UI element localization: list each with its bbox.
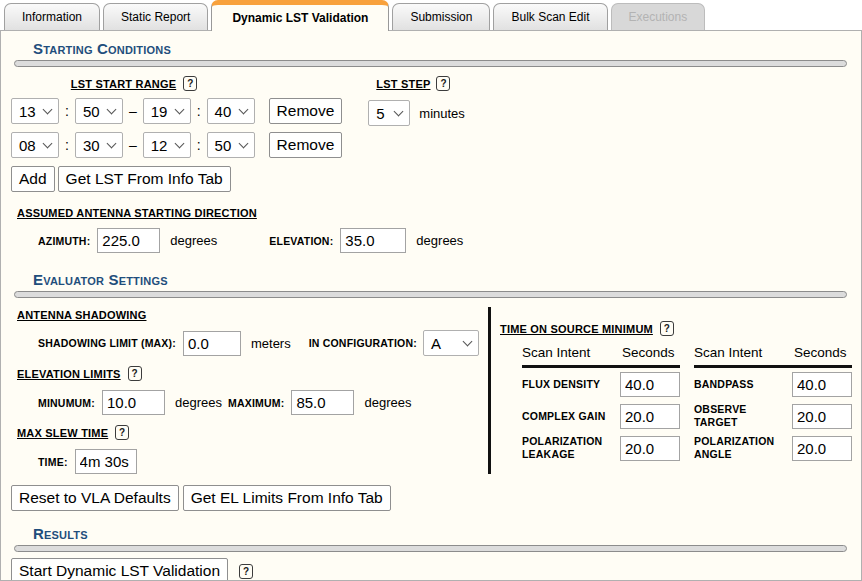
azimuth-input[interactable]	[97, 228, 160, 253]
table-row: FLUX DENSITY	[522, 367, 680, 400]
maximum-label: MAXIMUM:	[228, 397, 284, 409]
colon-separator: :	[197, 137, 201, 153]
remove-range-1-button[interactable]: Remove	[269, 132, 343, 158]
elevation-limits-row: MINUMUM: degrees MAXIMUM: degrees	[38, 390, 488, 415]
scan-intent-header: Scan Intent	[522, 345, 620, 367]
colon-separator: :	[197, 103, 201, 119]
lst-start-range-block: LST START RANGE ? 13 : 50 – 19 : 40 Remo…	[11, 76, 861, 192]
azimuth-label: AZIMUTH:	[38, 235, 90, 247]
minimum-label: MINUMUM:	[38, 397, 95, 409]
lst-range-1-end-minute-select[interactable]: 50	[207, 132, 255, 158]
polarization-angle-input[interactable]	[792, 436, 852, 461]
dash-separator: –	[129, 103, 137, 119]
tab-bulk-scan-edit[interactable]: Bulk Scan Edit	[493, 3, 607, 30]
chevron-down-icon	[106, 138, 116, 148]
help-icon[interactable]: ?	[660, 321, 674, 336]
select-value: 30	[83, 137, 100, 154]
dynamic-lst-validation-panel: Starting Conditions LST START RANGE ? 13…	[0, 30, 862, 581]
section-divider	[14, 60, 847, 67]
time-on-source-block: TIME ON SOURCE MINIMUM? Scan Intent Seco…	[491, 307, 861, 474]
max-slew-time-label: MAX SLEW TIME?	[17, 425, 488, 440]
chevron-down-icon	[43, 138, 53, 148]
help-icon[interactable]: ?	[436, 76, 450, 91]
complex-gain-input[interactable]	[620, 404, 680, 429]
max-slew-time-input[interactable]	[75, 449, 137, 474]
colon-separator: :	[65, 103, 69, 119]
chevron-down-icon	[174, 104, 184, 114]
seconds-header: Seconds	[620, 345, 680, 367]
max-slew-time-row: TIME:	[38, 449, 488, 474]
help-icon[interactable]: ?	[115, 425, 129, 440]
observe-target-input[interactable]	[792, 404, 852, 429]
chevron-down-icon	[106, 104, 116, 114]
flux-density-input[interactable]	[620, 372, 680, 397]
remove-range-0-button[interactable]: Remove	[269, 98, 343, 124]
start-dynamic-lst-validation-button[interactable]: Start Dynamic LST Validation	[11, 558, 228, 581]
lst-step-block: LST STEP ? 5 minutes	[368, 76, 465, 192]
antenna-shadowing-row: SHADOWING LIMIT (MAX): meters IN CONFIGU…	[38, 330, 488, 356]
starting-conditions-heading: Starting Conditions	[33, 40, 861, 57]
configuration-select[interactable]: A	[423, 330, 479, 356]
section-divider	[14, 545, 847, 552]
shadowing-limit-input[interactable]	[183, 331, 241, 356]
add-range-button[interactable]: Add	[11, 166, 55, 192]
lst-range-0-end-minute-select[interactable]: 40	[207, 98, 255, 124]
lst-range-row: 13 : 50 – 19 : 40 Remove	[11, 98, 342, 124]
tab-bar: Information Static Report Dynamic LST Va…	[0, 0, 862, 30]
antenna-direction-label: ASSUMED ANTENNA STARTING DIRECTION	[17, 207, 861, 219]
reset-to-vla-defaults-button[interactable]: Reset to VLA Defaults	[11, 485, 179, 511]
lst-range-0-start-minute-select[interactable]: 50	[75, 98, 123, 124]
table-row: OBSERVE TARGET	[694, 399, 852, 431]
shadowing-limit-unit: meters	[251, 336, 291, 351]
evaluator-left-column: ANTENNA SHADOWING SHADOWING LIMIT (MAX):…	[1, 307, 488, 474]
get-el-limits-from-info-tab-button[interactable]: Get EL Limits From Info Tab	[183, 485, 391, 511]
select-value: 12	[151, 137, 168, 154]
dash-separator: –	[129, 137, 137, 153]
table-row: COMPLEX GAIN	[522, 399, 680, 430]
minimum-input[interactable]	[102, 390, 165, 415]
results-heading: Results	[33, 525, 861, 542]
select-value: 50	[215, 137, 232, 154]
elevation-label: ELEVATION:	[269, 235, 333, 247]
table-row: POLARIZATION ANGLE	[694, 431, 852, 463]
lst-range-1-start-hour-select[interactable]: 08	[11, 132, 59, 158]
lst-step-label: LST STEP	[376, 78, 430, 90]
time-label: TIME:	[38, 456, 68, 468]
tab-submission[interactable]: Submission	[392, 3, 490, 30]
elevation-unit: degrees	[416, 233, 463, 248]
tab-static-report[interactable]: Static Report	[103, 3, 208, 30]
lst-start-range-label: LST START RANGE	[71, 78, 176, 90]
tab-dynamic-lst-validation[interactable]: Dynamic LST Validation	[211, 0, 389, 31]
select-value: A	[431, 335, 441, 352]
get-lst-from-info-tab-button[interactable]: Get LST From Info Tab	[58, 166, 231, 192]
polarization-leakage-input[interactable]	[620, 436, 680, 461]
chevron-down-icon	[43, 104, 53, 114]
flux-density-label: FLUX DENSITY	[522, 367, 620, 400]
lst-range-1-end-hour-select[interactable]: 12	[143, 132, 191, 158]
help-icon[interactable]: ?	[128, 366, 142, 381]
table-row: BANDPASS	[694, 367, 852, 400]
select-value: 08	[19, 137, 36, 154]
evaluator-settings-body: ANTENNA SHADOWING SHADOWING LIMIT (MAX):…	[1, 307, 861, 474]
shadowing-limit-label: SHADOWING LIMIT (MAX):	[38, 337, 176, 349]
maximum-input[interactable]	[291, 390, 354, 415]
time-on-source-table-right: Scan Intent Seconds BANDPASS OBSERVE TAR…	[694, 345, 852, 464]
lst-range-0-end-hour-select[interactable]: 19	[143, 98, 191, 124]
bandpass-label: BANDPASS	[694, 367, 792, 400]
in-configuration-label: IN CONFIGURATION:	[309, 337, 417, 349]
elevation-input[interactable]	[340, 228, 406, 253]
bandpass-input[interactable]	[792, 372, 852, 397]
tab-information[interactable]: Information	[4, 3, 100, 30]
lst-step-select[interactable]: 5	[368, 100, 410, 126]
help-icon[interactable]: ?	[239, 564, 253, 579]
evaluator-settings-heading: Evaluator Settings	[33, 271, 861, 288]
chevron-down-icon	[462, 336, 472, 346]
lst-range-1-start-minute-select[interactable]: 30	[75, 132, 123, 158]
help-icon[interactable]: ?	[183, 76, 197, 91]
select-value: 50	[83, 103, 100, 120]
antenna-shadowing-label: ANTENNA SHADOWING	[17, 309, 488, 321]
tab-executions: Executions	[611, 3, 706, 30]
lst-range-0-start-hour-select[interactable]: 13	[11, 98, 59, 124]
time-on-source-table-left: Scan Intent Seconds FLUX DENSITY COMPLEX…	[522, 345, 680, 464]
chevron-down-icon	[394, 106, 404, 116]
